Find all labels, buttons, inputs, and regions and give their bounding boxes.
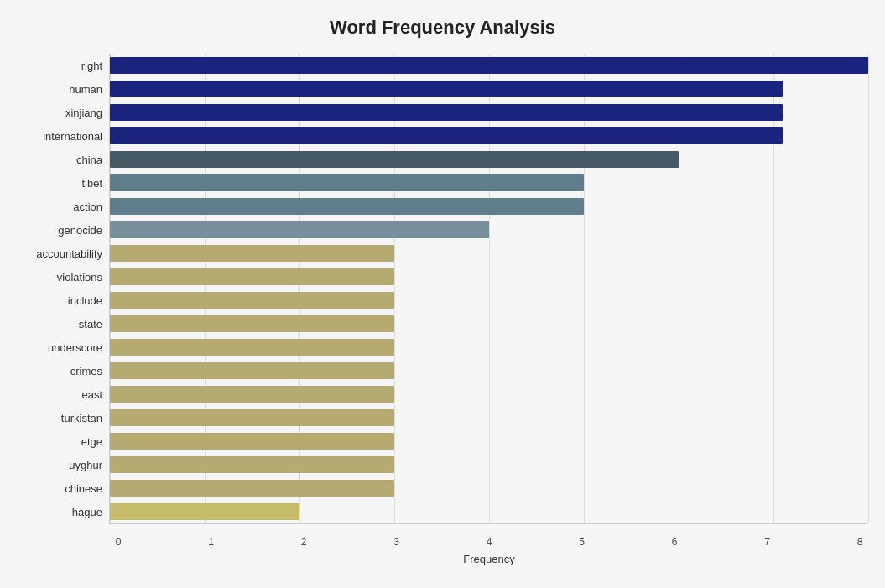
bar-row [110,503,868,520]
bar-row [110,221,868,238]
bar [110,104,783,121]
y-label: violations [17,272,102,283]
y-label: state [17,319,102,330]
x-tick: 6 [666,536,683,548]
bar-row [110,480,868,497]
bar [110,292,394,309]
bar-row [110,456,868,473]
x-tick: 0 [110,536,127,548]
grid-line [489,54,490,523]
bar [110,198,584,215]
x-tick: 2 [295,536,312,548]
bar-row [110,57,868,74]
bar [110,503,299,520]
bar [110,315,394,332]
y-label: genocide [17,225,102,236]
grid-line [868,54,869,523]
bar [110,339,394,356]
bar [110,81,783,97]
bar [110,409,394,426]
bar-row [110,81,868,97]
bar-row [110,433,868,450]
y-label: hague [17,507,102,518]
chart-title: Word Frequency Analysis [17,17,868,39]
bars-area: 012345678Frequency [109,54,868,524]
chart-body: righthumanxinjianginternationalchinatibe… [17,54,868,524]
y-label: right [17,60,102,71]
y-label: etge [17,436,102,447]
bar-row [110,339,868,356]
bar-row [110,245,868,262]
bar [110,151,679,168]
y-label: xinjiang [17,107,102,118]
y-axis: righthumanxinjianginternationalchinatibe… [17,54,109,524]
grid-line [394,54,395,523]
x-axis-label: Frequency [463,553,514,565]
x-tick: 4 [481,536,497,548]
x-ticks-row: 012345678 [110,533,868,548]
bar [110,127,783,144]
y-label: international [17,131,102,142]
bar [110,245,394,262]
bar-row [110,362,868,379]
bar-row [110,127,868,144]
y-label: include [17,295,102,306]
bar [110,480,394,497]
y-label: tibet [17,178,102,189]
grid-line [584,54,585,523]
y-label: turkistan [17,413,102,424]
y-label: china [17,154,102,165]
bar-row [110,151,868,168]
x-tick: 7 [759,536,776,548]
y-label: east [17,389,102,400]
x-axis: 012345678Frequency [110,533,868,565]
y-label: crimes [17,366,102,377]
grid-line [773,54,774,523]
bar-row [110,386,868,403]
bar [110,174,584,191]
y-label: accountability [17,248,102,259]
grid-line [110,54,111,523]
bar [110,362,394,379]
bar-row [110,409,868,426]
bar-row [110,268,868,285]
bar [110,456,394,473]
bar [110,386,394,403]
grid-lines [110,54,868,523]
grid-line [205,54,206,523]
bar [110,221,489,238]
x-tick: 3 [388,536,405,548]
bar-row [110,198,868,215]
bar [110,57,868,74]
bar-row [110,174,868,191]
y-label: uyghur [17,460,102,471]
x-tick: 1 [203,536,220,548]
y-label: action [17,201,102,212]
grid-line [299,54,300,523]
grid-line [679,54,679,523]
bar-row [110,315,868,332]
bar [110,268,394,285]
y-label: human [17,84,102,95]
bar-row [110,104,868,121]
y-label: chinese [17,483,102,494]
y-label: underscore [17,342,102,353]
bar [110,433,394,450]
x-tick: 5 [574,536,591,548]
chart-container: Word Frequency Analysis righthumanxinjia… [0,0,885,588]
bar-row [110,292,868,309]
x-tick: 8 [851,536,868,548]
